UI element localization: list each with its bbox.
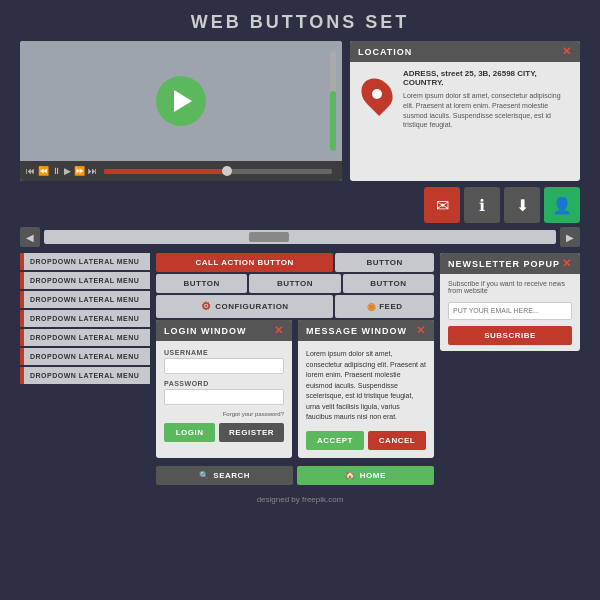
search-icon: 🔍 xyxy=(199,471,210,480)
message-buttons: ACCEPT CANCEL xyxy=(306,431,426,450)
newsletter-email-input[interactable] xyxy=(448,302,572,320)
progress-bar[interactable] xyxy=(104,169,332,174)
scrollbar-row: ◀ ▶ xyxy=(20,227,580,247)
forgot-password-link[interactable]: Forgot your password? xyxy=(164,411,284,417)
newsletter-panel: NEWSLETTER POPUP ✕ Subscribe if you want… xyxy=(440,253,580,351)
login-buttons: LOGIN REGISTER xyxy=(164,423,284,442)
page-title: WEB BUTTONS SET xyxy=(191,12,410,33)
message-window: MESSAGE WINDOW ✕ Lorem ipsum dolor sit a… xyxy=(298,320,434,458)
button-4[interactable]: BUTTON xyxy=(343,274,434,293)
message-header: MESSAGE WINDOW ✕ xyxy=(298,320,434,341)
message-close-icon[interactable]: ✕ xyxy=(416,324,426,337)
email-icon-btn[interactable]: ✉ xyxy=(424,187,460,223)
play-button[interactable] xyxy=(156,76,206,126)
pause-icon[interactable]: ⏸ xyxy=(52,166,61,176)
login-button[interactable]: LOGIN xyxy=(164,423,215,442)
message-title: MESSAGE WINDOW xyxy=(306,326,407,336)
message-text: Lorem ipsum dolor sit amet, consectetur … xyxy=(306,349,426,423)
login-body: USERNAME PASSWORD Forgot your password? … xyxy=(156,341,292,450)
location-icon-wrap xyxy=(357,69,397,130)
newsletter-close-icon[interactable]: ✕ xyxy=(562,257,572,270)
password-label: PASSWORD xyxy=(164,380,284,387)
skip-back-icon[interactable]: ⏮ xyxy=(26,166,35,176)
newsletter-description: Subscribe if you want to receive news fr… xyxy=(448,280,572,294)
call-action-button[interactable]: CALL ACTION BUTTON xyxy=(156,253,333,272)
buttons-section: DROPDOWN LATERAL MENU DROPDOWN LATERAL M… xyxy=(20,253,434,485)
home-icon: 🏠 xyxy=(345,471,356,480)
location-panel: LOCATION ✕ ADRESS, street 25, 3B, 26598 … xyxy=(350,41,580,181)
location-description: Lorem ipsum dolor sit amet, consectetur … xyxy=(403,91,573,130)
user-icon-btn[interactable]: 👤 xyxy=(544,187,580,223)
location-close[interactable]: ✕ xyxy=(562,45,572,58)
info-icon-btn[interactable]: ℹ xyxy=(464,187,500,223)
login-title: LOGIN WINDOW xyxy=(164,326,247,336)
search-button[interactable]: 🔍 SEARCH xyxy=(156,466,293,485)
password-input[interactable] xyxy=(164,389,284,405)
username-label: USERNAME xyxy=(164,349,284,356)
location-body: ADRESS, street 25, 3B, 26598 CITY, COUNT… xyxy=(350,62,580,137)
volume-fill xyxy=(330,91,336,151)
location-address: ADRESS, street 25, 3B, 26598 CITY, COUNT… xyxy=(403,69,573,87)
accept-button[interactable]: ACCEPT xyxy=(306,431,364,450)
subscribe-button[interactable]: SUBSCRIBE xyxy=(448,326,572,345)
dropdown-item-3[interactable]: DROPDOWN LATERAL MENU xyxy=(20,291,150,308)
btn-row-2: BUTTON BUTTON BUTTON xyxy=(156,274,434,293)
left-col: DROPDOWN LATERAL MENU DROPDOWN LATERAL M… xyxy=(20,253,434,491)
newsletter-title: NEWSLETTER POPUP xyxy=(448,259,560,269)
bottom-row: 🔍 SEARCH 🏠 HOME xyxy=(156,466,434,485)
video-player: ⏮ ⏪ ⏸ ▶ ⏩ ⏭ xyxy=(20,41,342,181)
progress-fill xyxy=(104,169,229,174)
play-ctrl-icon[interactable]: ▶ xyxy=(64,166,71,176)
config-label: CONFIGURATION xyxy=(215,302,288,311)
feed-button[interactable]: ◉ FEED xyxy=(335,295,434,318)
login-header: LOGIN WINDOW ✕ xyxy=(156,320,292,341)
newsletter-body: Subscribe if you want to receive news fr… xyxy=(440,274,580,351)
prev-icon[interactable]: ⏪ xyxy=(38,166,49,176)
download-icon-btn[interactable]: ⬇ xyxy=(504,187,540,223)
button-2[interactable]: BUTTON xyxy=(156,274,247,293)
register-button[interactable]: REGISTER xyxy=(219,423,284,442)
cancel-button[interactable]: CANCEL xyxy=(368,431,426,450)
middle-buttons-col: CALL ACTION BUTTON BUTTON BUTTON BUTTON … xyxy=(156,253,434,485)
dropdown-item-1[interactable]: DROPDOWN LATERAL MENU xyxy=(20,253,150,270)
designed-by: designed by freepik.com xyxy=(20,495,580,504)
skip-forward-icon[interactable]: ⏭ xyxy=(88,166,97,176)
main-layout: DROPDOWN LATERAL MENU DROPDOWN LATERAL M… xyxy=(20,253,580,491)
video-controls: ⏮ ⏪ ⏸ ▶ ⏩ ⏭ xyxy=(20,161,342,181)
dropdown-menu-col: DROPDOWN LATERAL MENU DROPDOWN LATERAL M… xyxy=(20,253,150,485)
scrollbar-track[interactable] xyxy=(44,230,556,244)
dropdown-item-2[interactable]: DROPDOWN LATERAL MENU xyxy=(20,272,150,289)
config-button[interactable]: ⚙ CONFIGURATION xyxy=(156,295,333,318)
location-pin-icon xyxy=(355,72,399,116)
video-screen xyxy=(20,41,342,161)
login-window: LOGIN WINDOW ✕ USERNAME PASSWORD xyxy=(156,320,292,458)
home-button[interactable]: 🏠 HOME xyxy=(297,466,434,485)
scroll-right-arrow[interactable]: ▶ xyxy=(560,227,580,247)
search-label: SEARCH xyxy=(213,471,250,480)
password-field: PASSWORD xyxy=(164,380,284,405)
button-3[interactable]: BUTTON xyxy=(249,274,340,293)
feed-label: FEED xyxy=(379,302,402,311)
message-body: Lorem ipsum dolor sit amet, consectetur … xyxy=(298,341,434,458)
location-text: ADRESS, street 25, 3B, 26598 CITY, COUNT… xyxy=(403,69,573,130)
rss-icon: ◉ xyxy=(367,301,377,312)
scroll-left-arrow[interactable]: ◀ xyxy=(20,227,40,247)
scrollbar-thumb xyxy=(249,232,289,242)
dropdown-item-5[interactable]: DROPDOWN LATERAL MENU xyxy=(20,329,150,346)
dropdown-item-4[interactable]: DROPDOWN LATERAL MENU xyxy=(20,310,150,327)
next-icon[interactable]: ⏩ xyxy=(74,166,85,176)
location-title: LOCATION xyxy=(358,47,412,57)
newsletter-header: NEWSLETTER POPUP ✕ xyxy=(440,253,580,274)
location-header: LOCATION ✕ xyxy=(350,41,580,62)
dropdown-item-6[interactable]: DROPDOWN LATERAL MENU xyxy=(20,348,150,365)
right-col: NEWSLETTER POPUP ✕ Subscribe if you want… xyxy=(440,253,580,491)
button-1[interactable]: BUTTON xyxy=(335,253,434,272)
dropdown-item-7[interactable]: DROPDOWN LATERAL MENU xyxy=(20,367,150,384)
login-close-icon[interactable]: ✕ xyxy=(274,324,284,337)
username-input[interactable] xyxy=(164,358,284,374)
gear-icon: ⚙ xyxy=(201,300,212,313)
progress-thumb xyxy=(222,166,232,176)
btn-row-3: ⚙ CONFIGURATION ◉ FEED xyxy=(156,295,434,318)
btn-row-1: CALL ACTION BUTTON BUTTON xyxy=(156,253,434,272)
windows-row: LOGIN WINDOW ✕ USERNAME PASSWORD xyxy=(156,320,434,458)
